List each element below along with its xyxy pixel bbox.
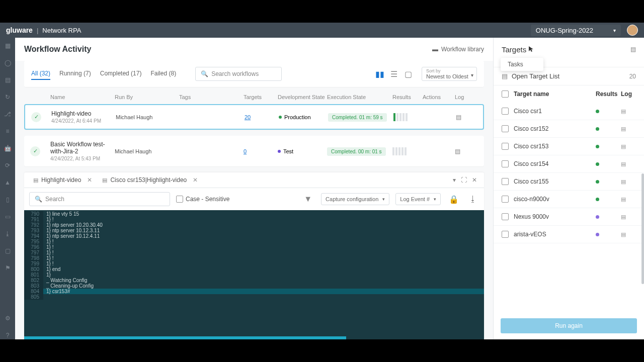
rail-phone-icon[interactable]: ▯: [4, 196, 12, 204]
log-icon[interactable]: ▤: [621, 126, 636, 132]
tab-failed[interactable]: Failed (8): [150, 68, 176, 80]
lock-icon[interactable]: 🔒: [447, 195, 461, 204]
status-dot-icon: [596, 145, 599, 148]
status-dot-icon: [596, 180, 599, 184]
workflow-library-link[interactable]: ▬ Workflow library: [432, 46, 484, 53]
doc-icon: ▤: [33, 177, 38, 184]
targets-link[interactable]: 20: [245, 114, 279, 120]
sort-select[interactable]: Sort by Newest to Oldest ▾: [422, 67, 477, 81]
search-icon: 🔍: [35, 196, 42, 203]
close-icon[interactable]: ✕: [193, 176, 198, 184]
tab-all[interactable]: All (32): [31, 68, 50, 80]
doc-icon: ▤: [102, 177, 107, 184]
log-event-select[interactable]: Log Event #▾: [395, 193, 441, 205]
log-icon[interactable]: ▤: [621, 196, 636, 203]
workflow-date: 4/24/2022, At 6:44 PM: [51, 118, 116, 124]
target-checkbox[interactable]: [502, 125, 509, 132]
rail-db-icon[interactable]: ≡: [4, 127, 12, 135]
page-title: Workflow Activity: [24, 45, 91, 54]
table-header: Name Run By Tags Targets Development Sta…: [24, 94, 484, 104]
rail-globe-icon[interactable]: ◯: [4, 59, 12, 67]
log-tab[interactable]: ▤ Cisco csr153|Highlight-video ✕: [97, 172, 203, 188]
workflow-date: 4/24/2022, At 5:43 PM: [50, 156, 115, 161]
status-dot-icon: [596, 110, 599, 113]
target-checkbox[interactable]: [502, 231, 509, 238]
log-icon[interactable]: ▤: [621, 231, 636, 238]
search-icon: 🔍: [201, 70, 208, 77]
rail-up-icon[interactable]: ▲: [4, 178, 12, 187]
log-tab[interactable]: ▤ Highlight-video ✕: [28, 172, 97, 188]
workflow-row[interactable]: ✓ Basic Workflow test-with-Jira-2 4/24/2…: [24, 136, 484, 166]
log-icon[interactable]: ▤: [621, 178, 636, 185]
log-search-input[interactable]: 🔍 Search: [29, 192, 170, 206]
run-again-button[interactable]: Run again: [501, 318, 637, 333]
rail-stats-icon[interactable]: ⟳: [4, 161, 12, 169]
log-icon[interactable]: ▤: [455, 148, 470, 155]
status-success-icon: ✓: [30, 146, 40, 156]
filter-bar: All (32) Running (7) Completed (17) Fail…: [24, 61, 484, 87]
target-row[interactable]: arista-vEOS▤: [494, 226, 644, 243]
target-row[interactable]: cisco-n9000v▤: [494, 191, 644, 208]
rail-doc-icon[interactable]: ▤: [4, 76, 12, 84]
view-calendar-icon[interactable]: ▢: [404, 70, 413, 77]
rail-dashboard-icon[interactable]: ▦: [4, 42, 12, 50]
capture-config-select[interactable]: Capture configuration▾: [321, 193, 389, 205]
close-icon[interactable]: ✕: [87, 176, 92, 184]
log-panel: ▤ Highlight-video ✕ ▤ Cisco csr153|Highl…: [24, 172, 484, 339]
tab-running[interactable]: Running (7): [59, 68, 91, 80]
left-rail: ▦ ◯ ▤ ↻ ⎇ ≡ 🤖 ⟳ ▲ ▯ ▭ ⭳ ▢ ⚑ ⚙ ?: [0, 38, 15, 339]
rail-help-icon[interactable]: ?: [4, 331, 12, 339]
download-icon[interactable]: ⭳: [467, 195, 479, 204]
status-dot-icon: [596, 215, 599, 219]
status-dot-icon: [596, 233, 599, 236]
select-all-checkbox[interactable]: [502, 90, 509, 98]
target-row[interactable]: Cisco csr152▤: [494, 120, 644, 138]
log-icon[interactable]: ▤: [621, 214, 636, 220]
cursor-icon: [528, 46, 534, 55]
chevron-down-icon[interactable]: ▾: [453, 176, 456, 184]
tasks-popup[interactable]: Tasks: [501, 58, 543, 71]
target-checkbox[interactable]: [502, 196, 509, 203]
rail-refresh-icon[interactable]: ↻: [4, 93, 12, 101]
close-icon[interactable]: ✕: [472, 176, 477, 184]
target-row[interactable]: Cisco csr155▤: [494, 173, 644, 191]
target-checkbox[interactable]: [502, 160, 509, 167]
scrollbar[interactable]: [24, 336, 484, 339]
target-checkbox[interactable]: [502, 143, 509, 150]
view-list-icon[interactable]: ☰: [389, 70, 398, 77]
list-icon: ▤: [502, 72, 508, 80]
rail-flag-icon[interactable]: ⚑: [4, 264, 12, 272]
log-icon[interactable]: ▤: [456, 114, 471, 121]
target-row[interactable]: Cisco csr154▤: [494, 155, 644, 173]
case-sensitive-checkbox[interactable]: Case - Sensitive: [176, 196, 229, 203]
panel-menu-icon[interactable]: ▤: [630, 46, 636, 53]
target-checkbox[interactable]: [502, 213, 509, 220]
workflow-row[interactable]: ✓ Highlight-video 4/24/2022, At 6:44 PM …: [24, 104, 484, 130]
avatar[interactable]: [627, 25, 638, 36]
target-checkbox[interactable]: [502, 108, 509, 115]
rail-robot-icon[interactable]: 🤖: [4, 144, 12, 152]
console-output[interactable]: 7901} line vty 5 157911} !7921} ntp serv…: [24, 210, 484, 336]
target-checkbox[interactable]: [502, 178, 509, 185]
rail-download-icon[interactable]: ⭳: [4, 230, 12, 238]
target-row[interactable]: Cisco csr1▤: [494, 103, 644, 120]
targets-link[interactable]: 0: [244, 148, 278, 154]
scrollbar[interactable]: [641, 173, 644, 284]
rail-calendar-icon[interactable]: ▢: [4, 247, 12, 255]
chevron-down-icon: ▾: [471, 72, 473, 78]
rail-settings-icon[interactable]: ⚙: [4, 314, 12, 322]
expand-icon[interactable]: ⛶: [461, 176, 467, 184]
tab-completed[interactable]: Completed (17): [100, 68, 142, 80]
target-row[interactable]: Nexus 9000v▤: [494, 208, 644, 226]
target-row[interactable]: Cisco csr153▤: [494, 138, 644, 155]
log-icon[interactable]: ▤: [621, 161, 636, 167]
rail-screen-icon[interactable]: ▭: [4, 213, 12, 221]
search-workflows-input[interactable]: 🔍 Search workflows: [195, 67, 282, 81]
log-icon[interactable]: ▤: [621, 108, 636, 115]
org-selector[interactable]: ONUG-Spring-2022▾: [531, 25, 621, 36]
filter-icon[interactable]: ▼: [301, 195, 315, 204]
log-icon[interactable]: ▤: [621, 143, 636, 150]
rail-branch-icon[interactable]: ⎇: [4, 110, 12, 118]
workflow-name: Basic Workflow test-with-Jira-2: [50, 141, 115, 155]
view-cards-icon[interactable]: ▮▮: [375, 70, 384, 77]
